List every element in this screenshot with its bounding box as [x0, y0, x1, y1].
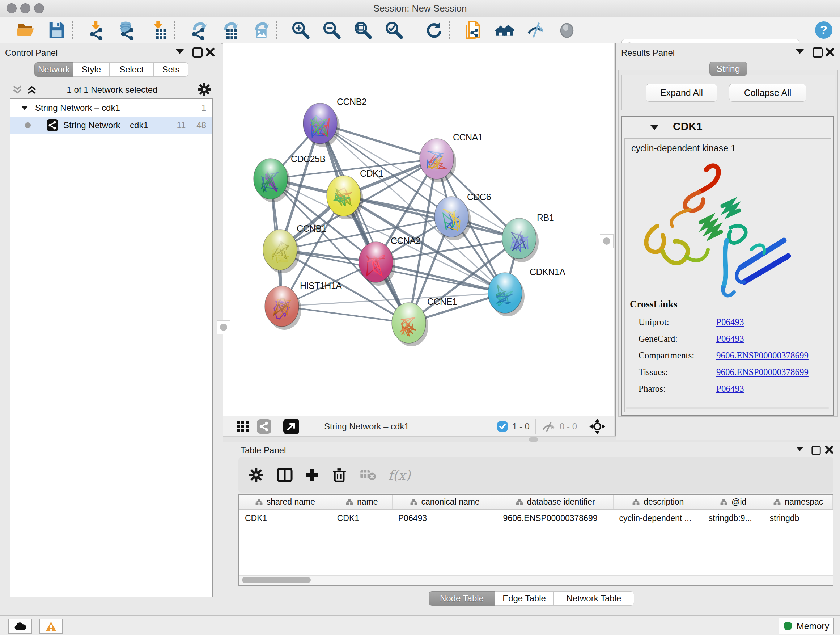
- horizontal-splitter-handle[interactable]: [529, 437, 538, 442]
- crosslink-link[interactable]: P06493: [716, 384, 744, 394]
- show-eye-icon[interactable]: [556, 19, 578, 41]
- tab-select[interactable]: Select: [110, 62, 154, 77]
- left-splitter-handle[interactable]: [217, 320, 231, 334]
- export-image-icon[interactable]: [249, 19, 272, 41]
- tab-edge-table[interactable]: Edge Table: [495, 591, 554, 606]
- node-CCNA2[interactable]: [359, 242, 395, 286]
- first-neighbors-icon[interactable]: [462, 19, 485, 41]
- help-icon[interactable]: ?: [813, 19, 835, 41]
- crosslink-link[interactable]: P06493: [716, 334, 744, 344]
- collapse-all-chevron-icon[interactable]: [11, 85, 23, 95]
- panel-close-icon[interactable]: [205, 48, 215, 57]
- import-network-icon[interactable]: [85, 19, 108, 41]
- table-cell[interactable]: cyclin-dependent ...: [614, 510, 703, 526]
- node-CDC25B[interactable]: [254, 158, 290, 203]
- panel-collapse-icon[interactable]: [176, 49, 184, 54]
- node-CDKN1A[interactable]: [488, 272, 524, 317]
- table-cell[interactable]: stringdb:9...: [703, 510, 764, 526]
- table-cell[interactable]: 9606.ENSP00000378699: [497, 510, 614, 526]
- home-icon[interactable]: [493, 19, 516, 41]
- network-canvas[interactable]: CCNB2CCNA1CDC25BCDK1CDC6RB1CCNB1CCNA2CDK…: [223, 43, 614, 416]
- tab-network-table[interactable]: Network Table: [554, 591, 634, 606]
- zoom-in-icon[interactable]: [289, 19, 312, 41]
- zoom-fit-icon[interactable]: [352, 19, 374, 41]
- right-splitter-handle[interactable]: [600, 234, 614, 248]
- save-session-icon[interactable]: [46, 19, 68, 41]
- left-splitter[interactable]: [221, 43, 221, 440]
- table-cell[interactable]: CDK1: [332, 510, 393, 526]
- panel-close-icon[interactable]: [825, 48, 835, 57]
- grid-view-icon[interactable]: [237, 420, 249, 432]
- tab-sets[interactable]: Sets: [154, 62, 188, 77]
- table-hscrollbar[interactable]: [239, 575, 833, 585]
- node-CCNE1[interactable]: [392, 302, 428, 347]
- collapse-all-button[interactable]: Collapse All: [729, 84, 806, 102]
- column-header-namespac[interactable]: namespac: [764, 494, 833, 509]
- delete-table-icon[interactable]: [360, 469, 376, 481]
- network-graph[interactable]: CCNB2CCNA1CDC25BCDK1CDC6RB1CCNB1CCNA2CDK…: [223, 43, 614, 416]
- crosslink-link[interactable]: 9606.ENSP00000378699: [716, 367, 808, 377]
- import-database-icon[interactable]: [117, 19, 139, 41]
- hide-selected-icon[interactable]: [524, 19, 547, 41]
- column-header-database-identifier[interactable]: database identifier: [497, 494, 614, 509]
- column-header-shared-name[interactable]: shared name: [239, 494, 332, 509]
- column-header-name[interactable]: name: [332, 494, 393, 509]
- table-cell[interactable]: stringdb: [764, 510, 833, 526]
- show-columns-icon[interactable]: [277, 467, 293, 483]
- zoom-selected-icon[interactable]: [383, 19, 405, 41]
- export-table-icon[interactable]: [218, 19, 241, 41]
- warning-button[interactable]: [39, 619, 63, 634]
- panel-close-icon[interactable]: [825, 445, 834, 454]
- function-builder-icon[interactable]: f(x): [388, 468, 411, 483]
- gene-section-scrollbar[interactable]: [626, 407, 829, 409]
- tab-network[interactable]: Network: [34, 62, 73, 77]
- create-column-plus-icon[interactable]: [305, 468, 319, 482]
- delete-column-trash-icon[interactable]: [332, 467, 347, 483]
- table-settings-gear-icon[interactable]: [248, 467, 264, 483]
- import-table-icon[interactable]: [148, 19, 170, 41]
- node-CDK1[interactable]: [327, 176, 363, 219]
- zoom-out-icon[interactable]: [321, 19, 343, 41]
- selected-checkbox-icon[interactable]: [497, 421, 508, 432]
- gene-collapse-icon[interactable]: [651, 125, 658, 130]
- table-cell[interactable]: P06493: [393, 510, 497, 526]
- network-collection-row[interactable]: String Network – cdk1 1: [11, 99, 212, 117]
- crosslink-link[interactable]: 9606.ENSP00000378699: [716, 350, 808, 361]
- node-CCNA1[interactable]: [420, 139, 456, 182]
- crosslink-link[interactable]: P06493: [716, 317, 744, 327]
- panel-collapse-icon[interactable]: [797, 447, 804, 451]
- node-HIST1H1A[interactable]: [265, 286, 302, 330]
- column-header-description[interactable]: description: [614, 494, 703, 509]
- open-session-icon[interactable]: [14, 19, 37, 41]
- refresh-icon[interactable]: [423, 19, 445, 41]
- node-table[interactable]: shared namenamecanonical namedatabase id…: [238, 494, 834, 586]
- hidden-eye-icon[interactable]: [542, 421, 555, 432]
- tab-node-table[interactable]: Node Table: [429, 591, 495, 606]
- network-row[interactable]: String Network – cdk1 11 48: [11, 117, 212, 134]
- edge-CCNB2-CCNE1[interactable]: [320, 124, 409, 323]
- open-in-new-window-icon[interactable]: [283, 418, 299, 434]
- collection-expand-icon[interactable]: [21, 106, 28, 110]
- node-CCNB2[interactable]: [303, 103, 340, 147]
- panel-float-icon[interactable]: [812, 446, 821, 455]
- expand-all-chevron-icon[interactable]: [26, 85, 38, 95]
- gear-icon[interactable]: [197, 82, 211, 96]
- panel-float-icon[interactable]: [193, 48, 202, 57]
- column-header-@id[interactable]: @id: [703, 494, 764, 509]
- memory-button[interactable]: Memory: [778, 618, 834, 634]
- network-view-share-icon[interactable]: [257, 419, 271, 434]
- node-RB1[interactable]: [502, 218, 538, 262]
- panel-collapse-icon[interactable]: [796, 49, 804, 54]
- birdseye-crosshair-icon[interactable]: [589, 418, 606, 435]
- cloud-button[interactable]: [8, 619, 32, 634]
- network-view-bar: String Network – cdk1 1 - 0 0 - 0: [223, 416, 614, 437]
- column-header-canonical-name[interactable]: canonical name: [393, 494, 497, 509]
- panel-float-icon[interactable]: [813, 48, 823, 57]
- table-cell[interactable]: CDK1: [239, 510, 332, 526]
- tab-style[interactable]: Style: [73, 62, 110, 77]
- table-row[interactable]: CDK1CDK1P064939606.ENSP00000378699cyclin…: [239, 510, 833, 526]
- expand-all-button[interactable]: Expand All: [646, 84, 717, 102]
- export-network-icon[interactable]: [187, 19, 210, 41]
- table-hscrollbar-thumb[interactable]: [242, 577, 311, 583]
- tab-string[interactable]: String: [709, 62, 747, 76]
